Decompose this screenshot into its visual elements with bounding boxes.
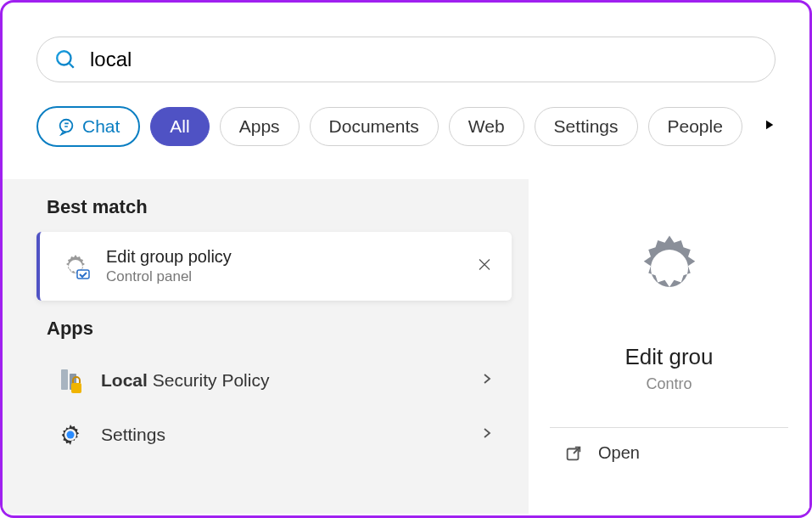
action-open[interactable]: Open	[529, 443, 640, 463]
filter-people-label: People	[668, 116, 723, 137]
filter-chat-label: Chat	[82, 116, 120, 137]
close-icon[interactable]	[478, 257, 491, 275]
app-item-settings[interactable]: Settings	[36, 408, 512, 462]
results-content: Best match Edit group policy Control pan…	[3, 179, 809, 514]
search-input[interactable]	[90, 48, 758, 71]
best-match-item[interactable]: Edit group policy Control panel	[36, 232, 512, 301]
filter-settings-label: Settings	[554, 116, 619, 137]
best-match-title: Edit group policy	[106, 247, 232, 267]
filter-all[interactable]: All	[150, 107, 209, 146]
gear-check-icon	[59, 250, 92, 284]
detail-title: Edit grou	[624, 344, 713, 370]
left-results-panel: Best match Edit group policy Control pan…	[36, 179, 512, 514]
filter-people[interactable]: People	[648, 107, 742, 146]
filter-row: Chat All Apps Documents Web Settings Peo…	[36, 106, 776, 147]
filter-chat[interactable]: Chat	[36, 106, 140, 147]
svg-point-0	[57, 51, 70, 65]
filter-settings[interactable]: Settings	[535, 107, 638, 146]
svg-line-1	[69, 63, 73, 67]
filter-web-label: Web	[468, 116, 505, 137]
bing-chat-icon	[57, 117, 76, 136]
svg-rect-7	[61, 369, 68, 390]
chevron-right-icon	[481, 427, 493, 442]
filter-all-label: All	[170, 116, 189, 137]
arrow-right-icon	[761, 117, 776, 132]
detail-subtitle: Contro	[646, 375, 692, 393]
action-open-label: Open	[598, 443, 640, 463]
app-item-label: Local Security Policy	[101, 370, 481, 391]
best-match-subtitle: Control panel	[106, 268, 232, 285]
open-icon	[564, 444, 583, 463]
filter-apps-label: Apps	[239, 116, 280, 137]
security-policy-icon	[55, 365, 86, 396]
svg-rect-4	[77, 270, 89, 279]
filter-documents-label: Documents	[329, 116, 419, 137]
svg-point-2	[60, 120, 73, 132]
filter-web[interactable]: Web	[449, 107, 524, 146]
filter-documents[interactable]: Documents	[310, 107, 439, 146]
detail-gear-icon	[623, 222, 716, 318]
svg-point-10	[67, 431, 75, 439]
app-item-local-security-policy[interactable]: Local Security Policy	[36, 353, 512, 408]
divider	[550, 427, 788, 428]
detail-panel: Edit grou Contro Open	[529, 179, 809, 514]
search-icon	[54, 48, 76, 70]
svg-rect-9	[71, 383, 81, 393]
best-match-header: Best match	[47, 196, 512, 218]
app-item-label: Settings	[101, 425, 481, 445]
chevron-right-icon	[481, 373, 493, 388]
filter-more-arrow[interactable]	[761, 117, 776, 136]
settings-gear-icon	[55, 419, 86, 450]
svg-point-11	[658, 256, 681, 280]
filter-apps[interactable]: Apps	[220, 107, 300, 146]
search-bar[interactable]	[36, 37, 776, 82]
apps-header: Apps	[47, 318, 512, 340]
